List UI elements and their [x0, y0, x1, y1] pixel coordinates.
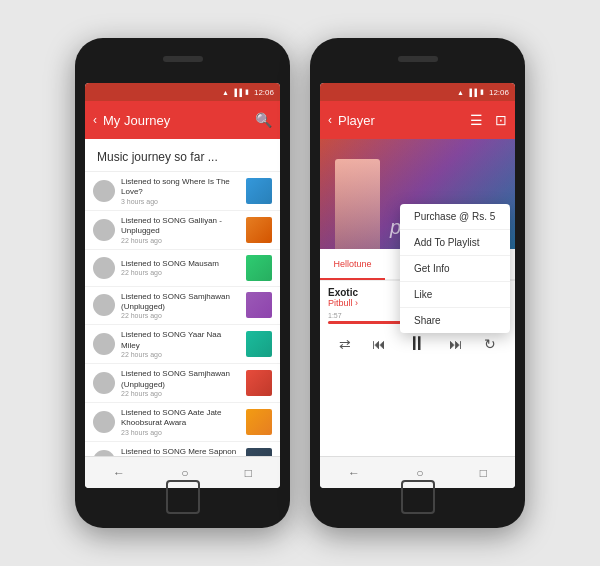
journey-bottom-nav: ← ○ □ — [85, 456, 280, 488]
back-nav-btn[interactable]: ← — [113, 466, 125, 480]
player-status-icons: ▲ ▐▐ ▮ 12:06 — [457, 88, 509, 97]
journey-info-2: Listened to SONG Mausam 22 hours ago — [121, 259, 242, 276]
repeat-button[interactable]: ↻ — [484, 336, 496, 352]
journey-app-bar: ‹ My Journey 🔍 — [85, 101, 280, 139]
journey-avatar-1 — [93, 219, 115, 241]
journey-time-5: 22 hours ago — [121, 390, 242, 397]
player-battery-icon: ▮ — [480, 88, 484, 96]
journey-time-1: 22 hours ago — [121, 237, 242, 244]
journey-thumb-7 — [246, 448, 272, 456]
journey-back-button[interactable]: ‹ — [93, 113, 97, 127]
journey-search-icon[interactable]: 🔍 — [255, 112, 272, 128]
journey-time-4: 22 hours ago — [121, 351, 242, 358]
journey-item-5[interactable]: Listened to SONG Samjhawan (Unplugged) 2… — [85, 364, 280, 403]
player-recent-nav-btn[interactable]: □ — [480, 466, 487, 480]
journey-thumb-5 — [246, 370, 272, 396]
home-nav-btn[interactable]: ○ — [181, 466, 188, 480]
journey-avatar-0 — [93, 180, 115, 202]
player-wifi-icon: ▲ — [457, 89, 464, 96]
journey-avatar-4 — [93, 333, 115, 355]
player-back-nav-btn[interactable]: ← — [348, 466, 360, 480]
list-icon[interactable]: ☰ — [470, 112, 483, 128]
context-menu-purchase[interactable]: Purchase @ Rs. 5 — [400, 204, 510, 230]
context-menu-like[interactable]: Like — [400, 282, 510, 308]
journey-time-0: 3 hours ago — [121, 198, 242, 205]
journey-avatar-2 — [93, 257, 115, 279]
player-title: Player — [338, 113, 470, 128]
journey-time-3: 22 hours ago — [121, 312, 242, 319]
journey-song-2: Listened to SONG Mausam — [121, 259, 242, 269]
context-menu-share[interactable]: Share — [400, 308, 510, 333]
next-button[interactable]: ⏭ — [449, 336, 463, 352]
player-header-icons: ☰ ⊡ — [470, 112, 507, 128]
journey-item-4[interactable]: Listened to SONG Yaar Naa Miley 22 hours… — [85, 325, 280, 364]
journey-status-bar: ▲ ▐▐ ▮ 12:06 — [85, 83, 280, 101]
cast-icon[interactable]: ⊡ — [495, 112, 507, 128]
journey-title: My Journey — [103, 113, 255, 128]
journey-status-icons: ▲ ▐▐ ▮ 12:06 — [222, 88, 274, 97]
journey-info-3: Listened to SONG Samjhawan (Unplugged) 2… — [121, 292, 242, 320]
journey-time-2: 22 hours ago — [121, 269, 242, 276]
player-time: 12:06 — [489, 88, 509, 97]
context-menu-playlist[interactable]: Add To Playlist — [400, 230, 510, 256]
player-bottom-nav: ← ○ □ — [320, 456, 515, 488]
journey-thumb-0 — [246, 178, 272, 204]
song-title: Exotic — [328, 287, 358, 298]
journey-avatar-3 — [93, 294, 115, 316]
album-art-figure — [335, 159, 380, 249]
player-app-bar: ‹ Player ☰ ⊡ — [320, 101, 515, 139]
journey-list: Listened to song Where Is The Love? 3 ho… — [85, 172, 280, 456]
journey-avatar-5 — [93, 372, 115, 394]
player-home-nav-btn[interactable]: ○ — [416, 466, 423, 480]
time-elapsed: 1:57 — [328, 312, 342, 319]
journey-thumb-3 — [246, 292, 272, 318]
journey-thumb-4 — [246, 331, 272, 357]
progress-bar-fill — [328, 321, 409, 324]
shuffle-button[interactable]: ⇄ — [339, 336, 351, 352]
journey-song-1: Listened to SONG Galliyan - Unplugged — [121, 216, 242, 237]
journey-info-7: Listened to SONG Mere Sapnon Ki Rani 23 … — [121, 447, 242, 456]
journey-phone: ▲ ▐▐ ▮ 12:06 ‹ My Journey 🔍 Music journe… — [75, 38, 290, 528]
journey-info-6: Listened to SONG Aate Jate Khoobsurat Aw… — [121, 408, 242, 436]
journey-song-0: Listened to song Where Is The Love? — [121, 177, 242, 198]
journey-item-3[interactable]: Listened to SONG Samjhawan (Unplugged) 2… — [85, 287, 280, 326]
journey-time-6: 23 hours ago — [121, 429, 242, 436]
journey-song-5: Listened to SONG Samjhawan (Unplugged) — [121, 369, 242, 390]
journey-item-2[interactable]: Listened to SONG Mausam 22 hours ago — [85, 250, 280, 287]
prev-button[interactable]: ⏮ — [372, 336, 386, 352]
journey-info-5: Listened to SONG Samjhawan (Unplugged) 2… — [121, 369, 242, 397]
wifi-icon: ▲ — [222, 89, 229, 96]
context-menu-info[interactable]: Get Info — [400, 256, 510, 282]
player-back-button[interactable]: ‹ — [328, 113, 332, 127]
context-menu: Purchase @ Rs. 5 Add To Playlist Get Inf… — [400, 204, 510, 333]
journey-info-4: Listened to SONG Yaar Naa Miley 22 hours… — [121, 330, 242, 358]
journey-item-6[interactable]: Listened to SONG Aate Jate Khoobsurat Aw… — [85, 403, 280, 442]
player-content: pri Purchase @ Rs. 5 Add To Playlist Get… — [320, 139, 515, 456]
journey-song-4: Listened to SONG Yaar Naa Miley — [121, 330, 242, 351]
play-pause-button[interactable]: ⏸ — [407, 332, 427, 355]
song-details: Exotic Pitbull › — [328, 287, 358, 308]
recent-nav-btn[interactable]: □ — [245, 466, 252, 480]
journey-avatar-6 — [93, 411, 115, 433]
player-signal-icon: ▐▐ — [467, 89, 477, 96]
journey-thumb-2 — [246, 255, 272, 281]
journey-song-6: Listened to SONG Aate Jate Khoobsurat Aw… — [121, 408, 242, 429]
player-screen: ▲ ▐▐ ▮ 12:06 ‹ Player ☰ ⊡ — [320, 83, 515, 488]
phones-container: ▲ ▐▐ ▮ 12:06 ‹ My Journey 🔍 Music journe… — [55, 18, 545, 548]
signal-icon: ▐▐ — [232, 89, 242, 96]
journey-item-1[interactable]: Listened to SONG Galliyan - Unplugged 22… — [85, 211, 280, 250]
journey-info-1: Listened to SONG Galliyan - Unplugged 22… — [121, 216, 242, 244]
journey-thumb-6 — [246, 409, 272, 435]
player-phone: ▲ ▐▐ ▮ 12:06 ‹ Player ☰ ⊡ — [310, 38, 525, 528]
journey-item-0[interactable]: Listened to song Where Is The Love? 3 ho… — [85, 172, 280, 211]
player-status-bar: ▲ ▐▐ ▮ 12:06 — [320, 83, 515, 101]
song-artist[interactable]: Pitbull › — [328, 298, 358, 308]
battery-icon: ▮ — [245, 88, 249, 96]
journey-thumb-1 — [246, 217, 272, 243]
tab-hellotune[interactable]: Hellotune — [320, 250, 385, 280]
status-time: 12:06 — [254, 88, 274, 97]
journey-song-7: Listened to SONG Mere Sapnon Ki Rani — [121, 447, 242, 456]
journey-item-7[interactable]: Listened to SONG Mere Sapnon Ki Rani 23 … — [85, 442, 280, 456]
journey-header-text: Music journey so far ... — [97, 150, 218, 164]
journey-info-0: Listened to song Where Is The Love? 3 ho… — [121, 177, 242, 205]
